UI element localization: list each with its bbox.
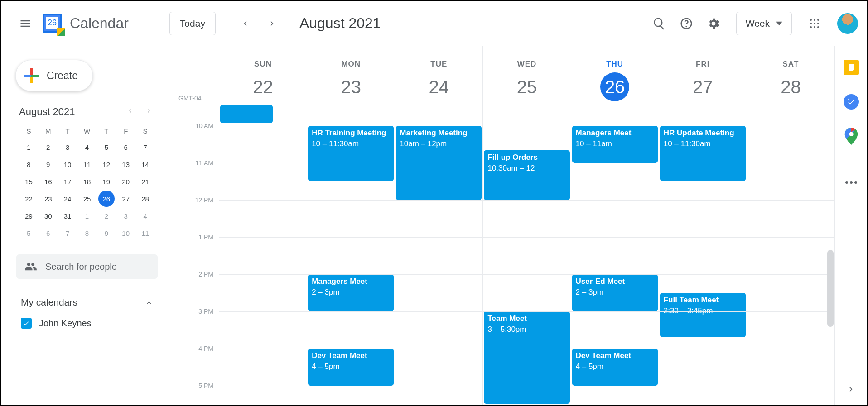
tasks-icon[interactable] bbox=[844, 94, 859, 110]
mini-day[interactable]: 11 bbox=[79, 156, 95, 172]
calendar-event[interactable]: Team Meet3 – 5:30pm bbox=[484, 311, 569, 404]
keep-icon[interactable] bbox=[844, 60, 859, 75]
mini-day[interactable]: 14 bbox=[137, 156, 154, 172]
scrollbar-thumb[interactable] bbox=[827, 250, 834, 327]
mini-day[interactable]: 5 bbox=[20, 225, 37, 241]
mini-day[interactable]: 22 bbox=[20, 191, 37, 207]
mini-day[interactable]: 25 bbox=[79, 191, 95, 207]
day-header-number[interactable]: 27 bbox=[688, 72, 717, 101]
mini-day[interactable]: 29 bbox=[20, 208, 37, 224]
mini-prev-month[interactable] bbox=[124, 105, 136, 118]
mini-next-month[interactable] bbox=[143, 105, 155, 118]
plus-icon bbox=[24, 68, 39, 83]
calendar-event[interactable]: Fill up Orders10:30am – 12 bbox=[484, 150, 569, 200]
calendar-list-item[interactable]: John Keynes bbox=[21, 318, 153, 329]
mini-day[interactable]: 26 bbox=[98, 191, 115, 207]
calendar-event[interactable]: Dev Team Meet4 – 5pm bbox=[572, 349, 658, 386]
mini-day[interactable]: 11 bbox=[137, 225, 154, 241]
calendar-event[interactable]: HR Training Meeting10 – 11:30am bbox=[308, 126, 394, 181]
mini-day[interactable]: 30 bbox=[40, 208, 56, 224]
mini-day[interactable]: 3 bbox=[59, 139, 76, 155]
mini-day[interactable]: 24 bbox=[59, 191, 76, 207]
event-time: 10am – 12pm bbox=[400, 139, 478, 149]
mini-day[interactable]: 9 bbox=[40, 156, 56, 172]
calendar-event[interactable]: Full Team Meet2:30 – 3:45pm bbox=[660, 293, 746, 337]
calendar-checkbox[interactable] bbox=[21, 318, 32, 329]
mini-day[interactable]: 13 bbox=[118, 156, 134, 172]
hamburger-icon bbox=[19, 17, 32, 30]
settings-button[interactable] bbox=[703, 13, 724, 34]
day-column[interactable]: HR Update Meeting10 – 11:30amFull Team M… bbox=[659, 105, 747, 405]
mini-day[interactable]: 3 bbox=[118, 208, 134, 224]
svg-point-0 bbox=[810, 19, 812, 21]
my-calendars-toggle[interactable]: My calendars bbox=[21, 297, 153, 308]
day-column[interactable]: Fill up Orders10:30am – 12Team Meet3 – 5… bbox=[482, 105, 570, 405]
prev-period-button[interactable] bbox=[236, 14, 254, 33]
mini-day[interactable]: 31 bbox=[59, 208, 76, 224]
google-apps-button[interactable] bbox=[804, 13, 825, 34]
mini-day[interactable]: 8 bbox=[20, 156, 37, 172]
svg-point-8 bbox=[817, 26, 819, 28]
calendar-event[interactable]: Managers Meet10 – 11am bbox=[572, 126, 658, 163]
hour-label: 5 PM bbox=[198, 382, 213, 389]
day-header-number[interactable]: 28 bbox=[776, 72, 805, 101]
mini-day[interactable]: 7 bbox=[137, 139, 154, 155]
mini-day[interactable]: 10 bbox=[118, 225, 134, 241]
mini-day[interactable]: 1 bbox=[20, 139, 37, 155]
mini-dow: S bbox=[135, 124, 155, 139]
mini-day[interactable]: 4 bbox=[79, 139, 95, 155]
calendar-event[interactable]: User-Ed Meet2 – 3pm bbox=[572, 274, 658, 311]
mini-day[interactable]: 6 bbox=[40, 225, 56, 241]
day-header-number[interactable]: 26 bbox=[600, 72, 629, 101]
mini-day[interactable]: 27 bbox=[118, 191, 134, 207]
more-addons-button[interactable] bbox=[845, 181, 857, 184]
app-logo[interactable]: 26 Calendar bbox=[41, 12, 129, 35]
mini-day[interactable]: 9 bbox=[98, 225, 115, 241]
day-header-number[interactable]: 23 bbox=[337, 72, 366, 101]
calendar-event[interactable]: HR Update Meeting10 – 11:30am bbox=[660, 126, 746, 181]
day-column[interactable]: Marketing Meeting10am – 12pm bbox=[395, 105, 482, 405]
show-side-panel-button[interactable] bbox=[844, 382, 859, 397]
create-button[interactable]: Create bbox=[15, 60, 93, 91]
day-column[interactable] bbox=[219, 105, 307, 405]
mini-day[interactable]: 23 bbox=[40, 191, 56, 207]
view-switcher[interactable]: Week bbox=[736, 12, 792, 35]
mini-day[interactable]: 21 bbox=[137, 173, 154, 190]
mini-day[interactable]: 17 bbox=[59, 173, 76, 190]
today-button[interactable]: Today bbox=[169, 12, 216, 35]
day-column[interactable]: Managers Meet10 – 11amUser-Ed Meet2 – 3p… bbox=[571, 105, 659, 405]
main-menu-button[interactable] bbox=[14, 13, 36, 34]
support-button[interactable] bbox=[675, 13, 697, 34]
mini-day[interactable]: 15 bbox=[20, 173, 37, 190]
mini-day[interactable]: 8 bbox=[79, 225, 95, 241]
calendar-event[interactable]: Managers Meet2 – 3pm bbox=[308, 274, 394, 311]
day-header: THU26 bbox=[571, 46, 659, 105]
mini-day[interactable]: 16 bbox=[40, 173, 56, 190]
mini-day[interactable]: 5 bbox=[98, 139, 115, 155]
mini-day[interactable]: 4 bbox=[137, 208, 154, 224]
search-people-input[interactable]: Search for people bbox=[16, 254, 158, 279]
day-header-number[interactable]: 25 bbox=[512, 72, 541, 101]
mini-day[interactable]: 19 bbox=[98, 173, 115, 190]
search-button[interactable] bbox=[648, 13, 670, 34]
mini-day[interactable]: 10 bbox=[59, 156, 76, 172]
day-column[interactable] bbox=[747, 105, 834, 405]
day-header-number[interactable]: 24 bbox=[424, 72, 453, 101]
next-period-button[interactable] bbox=[263, 14, 281, 33]
mini-day[interactable]: 2 bbox=[40, 139, 56, 155]
mini-day[interactable]: 1 bbox=[79, 208, 95, 224]
mini-day[interactable]: 6 bbox=[118, 139, 134, 155]
day-header-dow: THU bbox=[571, 60, 659, 69]
calendar-event[interactable]: Dev Team Meet4 – 5pm bbox=[308, 349, 394, 386]
day-column[interactable]: HR Training Meeting10 – 11:30amManagers … bbox=[307, 105, 395, 405]
mini-day[interactable]: 7 bbox=[59, 225, 76, 241]
mini-day[interactable]: 18 bbox=[79, 173, 95, 190]
day-header-number[interactable]: 22 bbox=[249, 72, 278, 101]
mini-day[interactable]: 20 bbox=[118, 173, 134, 190]
mini-day[interactable]: 28 bbox=[137, 191, 154, 207]
mini-day[interactable]: 12 bbox=[98, 156, 115, 172]
calendar-event[interactable] bbox=[220, 105, 273, 123]
account-avatar[interactable] bbox=[837, 13, 858, 34]
maps-icon[interactable] bbox=[844, 129, 859, 144]
mini-day[interactable]: 2 bbox=[98, 208, 115, 224]
